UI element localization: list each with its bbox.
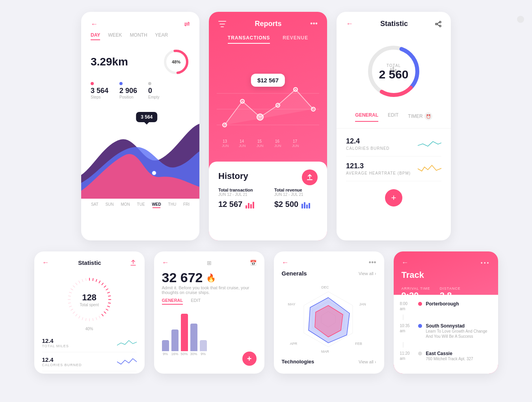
fire-icon: 🔥 [206,273,216,283]
tab-year[interactable]: YEAR [155,32,168,40]
view-all2-button[interactable]: View all › [359,359,376,364]
stop-2: 10:35am South Sonnystad Learn To Love Gr… [394,320,498,342]
bar-chart2-icon [301,201,311,208]
svg-line-77 [75,283,77,285]
svg-line-59 [101,314,103,316]
day-tue: TUE [137,202,145,208]
statistic-card: ← Statistic [337,12,451,240]
svg-line-47 [96,279,97,282]
generals-header-row: Generals View all › [274,270,384,280]
more-btn4[interactable]: ••• [369,259,376,267]
empty-metric: 0 Empty [148,82,159,99]
svg-point-12 [257,114,263,120]
day-wed[interactable]: WED [152,202,161,208]
heartrate-row: 121.3 AVERAGE HEARTRATE (BPM) [346,156,441,181]
svg-line-64 [86,318,86,321]
svg-text:15: 15 [257,139,262,143]
add-button[interactable]: + [385,189,402,207]
position-dot [119,82,123,85]
bar-label-5: 9% [201,352,206,356]
back-button[interactable]: ← [91,20,98,28]
svg-rect-31 [304,202,305,208]
subtab-general[interactable]: GENERAL [355,112,378,122]
statistic2-title: Statistic [78,259,101,266]
deco-circle [517,16,524,23]
svg-line-48 [99,281,100,283]
reports-title: Reports [226,20,310,28]
donut-pct: 48% [172,60,180,64]
view-all-button[interactable]: View all › [359,271,376,276]
steps-tab-general[interactable]: GENERAL [162,298,183,305]
stop-dot-2 [418,324,422,328]
steps-card: ← ⊞ 📅 32 672 🔥 + Admit it. Before you to… [154,251,264,374]
back-btn3[interactable]: ← [162,259,169,267]
bar-5 [200,340,207,351]
grid-icon[interactable]: ⊞ [207,260,212,266]
svg-line-53 [108,296,111,296]
big-donut: TOTAL 2 560 [337,32,451,109]
back-btn4[interactable]: ← [282,259,289,267]
line-chart: $12 567 [209,70,327,156]
svg-line-76 [73,286,74,287]
filter-icon[interactable] [218,21,226,27]
jan-label: JAN [359,302,366,306]
subtab-edit[interactable]: EDIT [388,112,398,122]
svg-line-79 [82,279,83,282]
svg-point-11 [240,99,244,103]
filter-button[interactable]: ⇌ [184,20,190,28]
svg-line-73 [68,296,71,296]
svg-line-60 [99,316,100,318]
more-btn5[interactable]: ••• [481,260,490,266]
total-transaction-col: Total transaction JUN 12 - JUL 21 12 567 [218,188,262,209]
svg-line-49 [101,283,103,285]
stop-dot-3 [418,352,422,355]
svg-rect-5 [221,26,224,27]
svg-line-69 [71,309,73,311]
svg-text:JUN: JUN [257,144,264,148]
bar-1 [162,340,169,351]
svg-point-13 [276,103,280,107]
svg-point-14 [294,87,298,91]
tab-transactions[interactable]: TRANSACTIONS [228,35,270,44]
steps-tab-edit[interactable]: EDIT [191,298,201,305]
back-btn5[interactable]: ← [402,259,409,267]
tab-month[interactable]: MONTH [130,32,147,40]
upload-icon[interactable] [130,260,136,266]
svg-text:13: 13 [223,139,227,143]
bar-3 [181,314,188,351]
stop-1: 8:00am Porterborough [394,298,498,315]
statistic2-card: ← Statistic [34,251,145,374]
distance-value: 3.29km [91,56,128,68]
svg-point-15 [311,107,315,111]
svg-point-36 [439,25,441,27]
svg-line-55 [108,303,111,303]
add-button2[interactable]: + [242,352,257,366]
svg-rect-26 [246,205,247,208]
more-button[interactable]: ••• [310,20,318,28]
svg-point-34 [439,21,441,23]
track-stops: 8:00am Porterborough 10:35am South Sonny… [394,295,498,374]
tab-revenue[interactable]: REVENUE [283,35,308,44]
svg-line-37 [437,22,439,24]
stat2-line2 [117,357,137,367]
stat2-line1 [117,338,137,348]
generals-card: ← ••• Generals View all › DEC JAN FEB MA… [274,251,384,374]
svg-rect-33 [309,203,310,208]
stop-3: 11:20am East Cassie 760 Mitchell Track A… [394,348,498,365]
share-button[interactable] [302,169,318,185]
back-button[interactable]: ← [346,20,353,28]
empty-dot [148,82,151,85]
donut-chart: 48% [162,48,190,76]
tab-week[interactable]: WEEK [108,32,122,40]
bar-label-1: 9% [163,352,168,356]
feb-label: FEB [355,342,362,346]
may-label: MAY [288,302,295,306]
back-btn2[interactable]: ← [42,259,49,267]
day-labels-row: SAT SUN MON TUE WED THU FRI [81,199,199,211]
calories-row: 12.4 CALORIES BURNED [346,132,441,156]
share-icon[interactable] [435,21,441,27]
subtab-timer[interactable]: TIMER ⏰ [408,112,432,122]
calendar-icon[interactable]: 📅 [250,260,257,266]
stop-dot-1 [418,302,422,306]
tab-day[interactable]: DAY [91,32,100,40]
